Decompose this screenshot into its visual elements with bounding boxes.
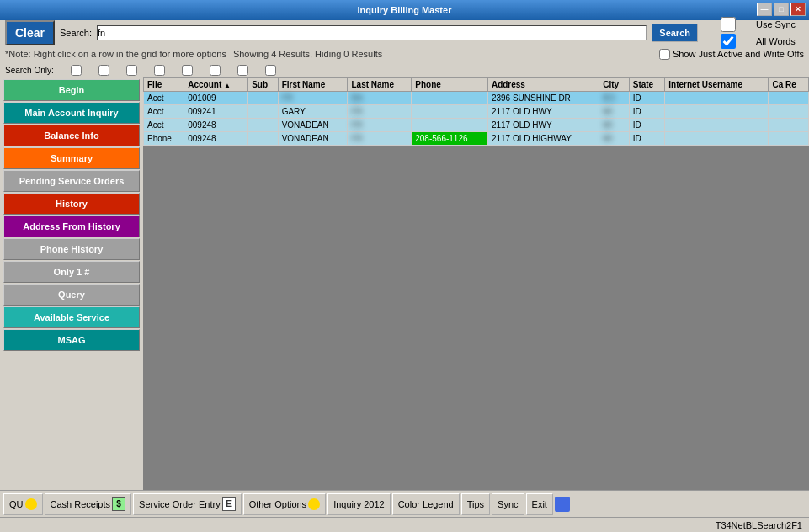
filter-checkbox-3[interactable] [126, 65, 137, 76]
table-cell [248, 119, 278, 132]
col-internet-username[interactable]: Internet Username [665, 78, 769, 92]
all-words-label[interactable]: All Words [703, 34, 804, 49]
col-city[interactable]: City [599, 78, 629, 92]
dollar-icon: $ [112, 497, 125, 511]
table-row[interactable]: Phone009248VONADEANFR208-566-11262117 OL… [144, 132, 809, 146]
table-cell: FR [348, 105, 412, 119]
service-order-label: Service Order Entry [139, 499, 221, 509]
qu-button[interactable]: QU [3, 493, 43, 515]
service-order-button[interactable]: Service Order Entry E [133, 493, 242, 515]
col-state[interactable]: State [629, 78, 665, 92]
bottom-bar: QU Cash Receipts $ Service Order Entry E… [0, 490, 809, 517]
table-cell [248, 105, 278, 119]
table-cell: 2117 OLD HWY [487, 119, 599, 132]
sync-button[interactable]: Sync [492, 493, 524, 515]
table-cell: MI [599, 119, 629, 132]
filter-checkbox-1[interactable] [71, 65, 82, 76]
filter-checkbox-6[interactable] [210, 65, 221, 76]
sidebar-item-begin[interactable]: Begin [3, 79, 140, 101]
table-cell: VONADEAN [278, 119, 348, 132]
inquiry-2012-button[interactable]: Inquiry 2012 [327, 493, 391, 515]
table-cell [769, 105, 809, 119]
table-cell: ID [629, 132, 665, 146]
toolbar: Clear Search: Search Use Sync All Words [0, 20, 809, 45]
close-button[interactable]: ✕ [790, 3, 806, 16]
table-cell: 2117 OLD HIGHWAY [487, 132, 599, 146]
table-cell [248, 132, 278, 146]
note-text: *Note: Right click on a row in the grid … [5, 49, 226, 59]
table-body: Acct001009FRBA2396 SUNSHINE DRBOIDAcct00… [144, 92, 809, 146]
col-ca-re[interactable]: Ca Re [769, 78, 809, 92]
all-words-checkbox[interactable] [703, 34, 753, 49]
tips-label: Tips [467, 499, 484, 509]
filter-checkbox-2[interactable] [98, 65, 109, 76]
exit-label: Exit [532, 499, 547, 509]
col-address[interactable]: Address [487, 78, 599, 92]
search-button[interactable]: Search [652, 24, 698, 42]
col-account[interactable]: Account ▲ [184, 78, 248, 92]
table-row[interactable]: Acct009241GARYFR2117 OLD HWYMIID [144, 105, 809, 119]
col-phone[interactable]: Phone [412, 78, 488, 92]
table-cell [665, 119, 769, 132]
filter-checkbox-7[interactable] [237, 65, 248, 76]
sort-icon: ▲ [224, 82, 231, 89]
col-first-name[interactable]: First Name [278, 78, 348, 92]
minimize-button[interactable]: — [757, 3, 772, 16]
top-area: Clear Search: Search Use Sync All Words … [0, 20, 809, 77]
status-bar: T34NetBLSearch2F1 [0, 517, 809, 532]
filter-checkbox-5[interactable] [182, 65, 193, 76]
color-legend-button[interactable]: Color Legend [392, 493, 460, 515]
table-cell: Acct [144, 119, 184, 132]
table-row[interactable]: Acct009248VONADEANFR2117 OLD HWYMIID [144, 119, 809, 132]
table-cell: ID [629, 92, 665, 105]
sidebar-item-phone-history[interactable]: Phone History [3, 238, 140, 260]
table-cell: FR [348, 119, 412, 132]
data-table: File Account ▲ Sub First Name Last Name … [143, 77, 809, 146]
other-options-button[interactable]: Other Options [243, 493, 326, 515]
cash-receipts-label: Cash Receipts [51, 499, 111, 509]
sidebar-item-balance-info[interactable]: Balance Info [3, 125, 140, 146]
filter-checkbox-4[interactable] [154, 65, 165, 76]
table-cell [665, 132, 769, 146]
table-cell [412, 105, 488, 119]
filter-checkbox-8[interactable] [265, 65, 276, 76]
table-cell [665, 92, 769, 105]
table-cell: ID [629, 119, 665, 132]
sidebar-item-available-service[interactable]: Available Service [3, 306, 140, 328]
sidebar-item-main-account-inquiry[interactable]: Main Account Inquiry [3, 102, 140, 124]
table-cell: Acct [144, 92, 184, 105]
sidebar: Begin Main Account Inquiry Balance Info … [0, 77, 143, 490]
exit-button[interactable]: Exit [526, 493, 553, 515]
cash-receipts-button[interactable]: Cash Receipts $ [45, 493, 132, 515]
table-cell [412, 119, 488, 132]
col-file[interactable]: File [144, 78, 184, 92]
table-cell [769, 119, 809, 132]
sidebar-item-only-1[interactable]: Only 1 # [3, 261, 140, 283]
sidebar-item-pending-service-orders[interactable]: Pending Service Orders [3, 170, 140, 192]
table-cell: 009241 [184, 105, 248, 119]
blue-icon [555, 497, 570, 512]
table-row[interactable]: Acct001009FRBA2396 SUNSHINE DRBOID [144, 92, 809, 105]
maximize-button[interactable]: □ [774, 3, 789, 16]
sidebar-item-history[interactable]: History [3, 193, 140, 215]
sidebar-item-address-from-history[interactable]: Address From History [3, 215, 140, 237]
sidebar-item-query[interactable]: Query [3, 284, 140, 306]
table-cell: ID [629, 105, 665, 119]
sidebar-item-msag[interactable]: MSAG [3, 329, 140, 351]
col-last-name[interactable]: Last Name [348, 78, 412, 92]
grid-area[interactable]: File Account ▲ Sub First Name Last Name … [143, 77, 809, 490]
use-sync-checkbox[interactable] [703, 17, 753, 32]
title-bar-controls: — □ ✕ [757, 3, 806, 16]
col-sub[interactable]: Sub [248, 78, 278, 92]
show-just-active-label[interactable]: Show Just Active and Write Offs [659, 49, 804, 60]
clear-button[interactable]: Clear [5, 20, 55, 45]
inquiry-2012-label: Inquiry 2012 [333, 499, 385, 509]
use-sync-label[interactable]: Use Sync [703, 17, 804, 32]
sidebar-item-summary[interactable]: Summary [3, 147, 140, 169]
checkbox-row: Search Only: [0, 62, 809, 77]
table-cell: 009248 [184, 119, 248, 132]
show-just-active-checkbox[interactable] [659, 49, 670, 60]
search-input[interactable] [97, 25, 647, 40]
tips-button[interactable]: Tips [461, 493, 490, 515]
sync-label: Sync [498, 499, 518, 509]
